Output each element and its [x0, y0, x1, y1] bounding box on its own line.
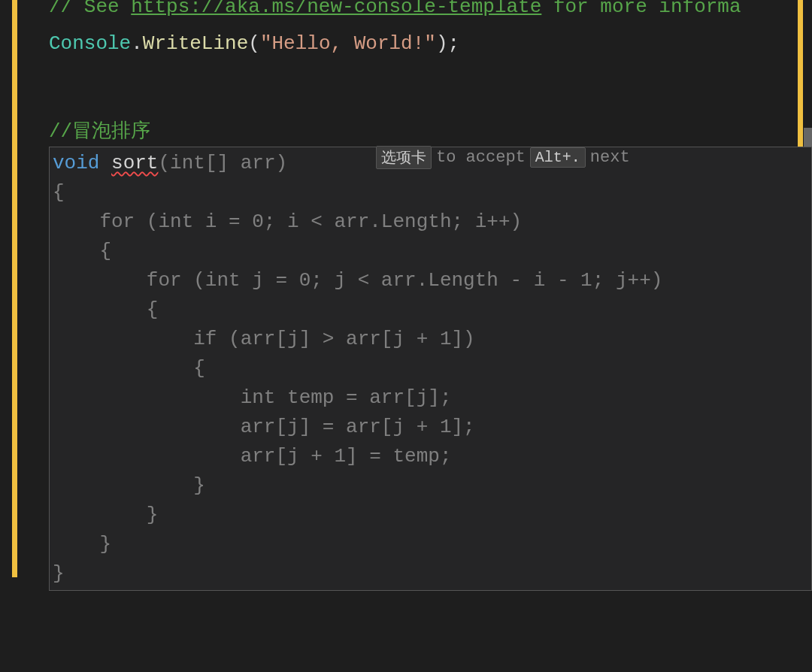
accept-text: to accept — [436, 148, 526, 167]
void-keyword: void — [53, 152, 99, 174]
console-class: Console — [49, 32, 131, 55]
console-line: Console.WriteLine("Hello, World!"); — [49, 29, 812, 59]
code-editor[interactable]: // See https://aka.ms/new-console-templa… — [0, 0, 812, 591]
paren-open: ( — [248, 32, 260, 55]
tab-key-badge: 选项卡 — [376, 146, 432, 169]
sort-function-name: sort — [111, 152, 158, 174]
int-type: int — [170, 152, 205, 174]
alt-key-badge: Alt+. — [530, 147, 586, 168]
dot: . — [131, 32, 143, 55]
writeline-method: WriteLine — [143, 32, 248, 55]
comment-suffix: for more informa — [541, 0, 741, 18]
comment-line: // See https://aka.ms/new-console-templa… — [49, 0, 812, 22]
next-text: next — [590, 148, 630, 167]
comment-link[interactable]: https://aka.ms/new-console-template — [131, 0, 541, 18]
paren-open-sig: ( — [158, 152, 170, 174]
arr-param: arr — [241, 152, 276, 174]
space2 — [229, 152, 241, 174]
suggestion-body: { for (int i = 0; i < arr.Length; i++) {… — [53, 178, 808, 589]
intellisense-suggestion[interactable]: void sort(int[] arr) { for (int i = 0; i… — [49, 147, 812, 591]
paren-close-sig: ) — [276, 152, 288, 174]
space — [99, 152, 111, 174]
sort-comment: //冒泡排序 — [49, 117, 812, 147]
string-literal: "Hello, World!" — [260, 32, 436, 55]
array-brackets: [] — [205, 152, 229, 174]
blank-line-1 — [49, 59, 812, 88]
comment-prefix: // See — [49, 0, 131, 18]
blank-line-2 — [49, 88, 812, 117]
accept-hint: 选项卡 to accept Alt+. next — [376, 146, 630, 169]
paren-close: ); — [436, 32, 459, 55]
